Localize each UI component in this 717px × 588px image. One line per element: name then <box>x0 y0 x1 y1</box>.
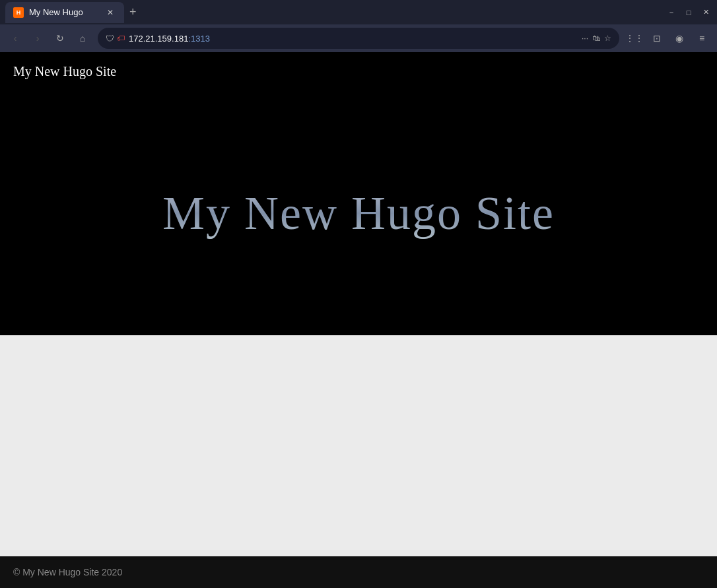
navigation-bar: ‹ › ↻ ⌂ 🛡 🏷 172.21.159.181:1313 ··· 🛍 ☆ … <box>0 24 717 52</box>
toolbar-right: ⋮⋮ ⊡ ◉ ≡ <box>625 28 712 48</box>
tab-strip: H My New Hugo ✕ + <box>5 2 142 23</box>
more-options-icon[interactable]: ··· <box>582 34 588 43</box>
menu-button[interactable]: ≡ <box>692 28 712 48</box>
pocket-icon[interactable]: 🛍 <box>592 34 600 43</box>
address-host: 172.21.159.181 <box>129 34 188 44</box>
site-footer: © My New Hugo Site 2020 <box>0 556 717 588</box>
address-port: :1313 <box>188 34 210 44</box>
tab-favicon: H <box>13 7 24 18</box>
title-bar: H My New Hugo ✕ + − □ ✕ <box>0 0 717 24</box>
site-hero: My New Hugo Site <box>0 91 717 335</box>
close-button[interactable]: ✕ <box>700 7 712 18</box>
sidebar-button[interactable]: ⊡ <box>647 28 667 48</box>
home-button[interactable]: ⌂ <box>73 28 92 48</box>
new-tab-button[interactable]: + <box>124 3 142 22</box>
library-button[interactable]: ⋮⋮ <box>625 28 644 48</box>
active-tab[interactable]: H My New Hugo ✕ <box>5 2 124 23</box>
site-header: My New Hugo Site <box>0 52 717 91</box>
reload-button[interactable]: ↻ <box>50 28 70 48</box>
reader-mode-icon: 🏷 <box>117 34 125 43</box>
minimize-button[interactable]: − <box>666 7 677 18</box>
address-right-icons: ··· 🛍 ☆ <box>582 34 611 43</box>
site-hero-title: My New Hugo Site <box>162 186 555 241</box>
maximize-button[interactable]: □ <box>683 7 695 18</box>
site-footer-text: © My New Hugo Site 2020 <box>13 567 704 577</box>
tab-close-button[interactable]: ✕ <box>104 7 116 18</box>
bookmark-star-icon[interactable]: ☆ <box>604 34 611 43</box>
shield-icon: 🛡 <box>106 34 114 44</box>
address-text: 172.21.159.181:1313 <box>129 34 578 44</box>
tab-title: My New Hugo <box>29 7 83 17</box>
address-bar[interactable]: 🛡 🏷 172.21.159.181:1313 ··· 🛍 ☆ <box>98 28 619 49</box>
address-security-icons: 🛡 🏷 <box>106 34 125 44</box>
window-controls: − □ ✕ <box>666 7 712 18</box>
back-button[interactable]: ‹ <box>5 28 25 48</box>
site-header-title: My New Hugo Site <box>13 64 704 79</box>
site-content <box>0 335 717 556</box>
profile-button[interactable]: ◉ <box>669 28 689 48</box>
site-wrapper: My New Hugo Site My New Hugo Site © My N… <box>0 52 717 588</box>
forward-button[interactable]: › <box>28 28 48 48</box>
